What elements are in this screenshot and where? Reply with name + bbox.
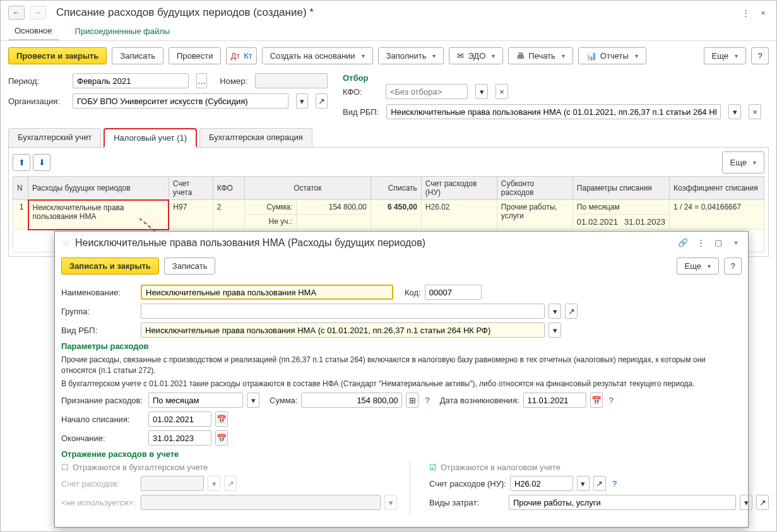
popup-save-close-button[interactable]: Записать и закрыть bbox=[61, 257, 159, 275]
help-icon[interactable]: ? bbox=[609, 396, 614, 405]
sum-calc-button[interactable]: ⊞ bbox=[406, 393, 418, 408]
row-down-button[interactable]: ⬇ bbox=[33, 154, 50, 171]
accnu-label: Счет расходов (НУ): bbox=[429, 479, 506, 488]
occdate-input[interactable] bbox=[523, 393, 586, 408]
recog-label: Признание расходов: bbox=[61, 396, 145, 405]
fill-button[interactable]: Заполнить bbox=[378, 47, 444, 64]
col-param[interactable]: Параметры списания bbox=[572, 177, 669, 200]
rbp-dropdown-button[interactable]: ▾ bbox=[549, 322, 561, 338]
kfo-clear-button[interactable]: × bbox=[495, 84, 508, 99]
org-open-button[interactable]: ↗ bbox=[316, 93, 328, 109]
subnav-main[interactable]: Основное bbox=[8, 22, 59, 40]
period-label: Период: bbox=[8, 76, 65, 86]
start-input[interactable] bbox=[148, 411, 211, 427]
col-kfo[interactable]: КФО bbox=[213, 177, 244, 200]
tab-accounting[interactable]: Бухгалтерский учет bbox=[8, 128, 101, 147]
more-button[interactable]: Еще bbox=[704, 47, 746, 64]
print-icon: 🖶 bbox=[516, 51, 525, 61]
kfo-input[interactable] bbox=[386, 84, 468, 99]
help-icon[interactable]: ? bbox=[612, 479, 617, 488]
col-costacc[interactable]: Счет расходов (НУ) bbox=[421, 177, 497, 200]
row-up-button[interactable]: ⬆ bbox=[13, 154, 30, 171]
accnu-input[interactable] bbox=[510, 476, 573, 491]
accnu-open-button[interactable]: ↗ bbox=[593, 476, 606, 491]
col-rbp[interactable]: Расходы будущих периодов bbox=[28, 177, 169, 200]
accnu-dropdown-button[interactable]: ▾ bbox=[577, 476, 590, 491]
cell-param1: По месяцам bbox=[572, 200, 669, 215]
post-button[interactable]: Провести bbox=[169, 47, 222, 64]
nav-back-button[interactable]: ← bbox=[8, 6, 25, 20]
kebab-icon[interactable]: ⋮ bbox=[740, 7, 751, 18]
print-button[interactable]: 🖶Печать bbox=[508, 47, 573, 64]
help-button[interactable]: ? bbox=[751, 47, 769, 64]
reports-button[interactable]: 📊Отчеты bbox=[578, 47, 646, 64]
rbp-type-clear-button[interactable]: × bbox=[749, 104, 761, 119]
rbp-type-dropdown-button[interactable]: ▾ bbox=[728, 104, 741, 119]
costtype-open-button[interactable]: ↗ bbox=[756, 495, 769, 510]
period-input[interactable] bbox=[73, 73, 189, 88]
rbp-type-label: Вид РБП: bbox=[343, 107, 379, 117]
help-icon[interactable]: ? bbox=[425, 396, 429, 405]
col-acc[interactable]: Счет учета bbox=[169, 177, 213, 200]
dtkt-button[interactable]: ДтКт bbox=[226, 47, 256, 64]
tab-tax[interactable]: Налоговый учет (1) bbox=[104, 128, 197, 148]
refl-nu-checkbox: ☑Отражаются в налоговом учете bbox=[429, 463, 769, 472]
edo-button[interactable]: ✉ЭДО bbox=[449, 47, 503, 64]
popup-more-button[interactable]: Еще bbox=[677, 257, 719, 275]
sum-input[interactable] bbox=[301, 393, 402, 408]
org-input[interactable] bbox=[73, 93, 288, 109]
post-and-close-button[interactable]: Провести и закрыть bbox=[8, 47, 107, 64]
link-icon[interactable]: 🔗 bbox=[677, 237, 689, 249]
star-icon[interactable]: ☆ bbox=[61, 237, 70, 249]
popup-help-button[interactable]: ? bbox=[724, 257, 742, 275]
code-input[interactable] bbox=[425, 285, 482, 300]
grid-more-button[interactable]: Еще bbox=[722, 151, 764, 174]
occdate-cal-button[interactable]: 📅 bbox=[590, 393, 603, 408]
org-dropdown-button[interactable]: ▾ bbox=[296, 93, 308, 109]
end-cal-button[interactable]: 📅 bbox=[215, 430, 228, 446]
close-icon[interactable]: × bbox=[730, 237, 742, 249]
maximize-icon[interactable]: ▢ bbox=[713, 237, 724, 249]
notused-dropdown-button: ▾ bbox=[384, 495, 397, 510]
recog-dropdown-button[interactable]: ▾ bbox=[247, 393, 259, 408]
code-label: Код: bbox=[405, 288, 421, 297]
cell-rbp[interactable]: Неисключительные права пользования НМА bbox=[28, 200, 169, 230]
rbp-input[interactable] bbox=[141, 322, 545, 338]
group-dropdown-button[interactable]: ▾ bbox=[549, 304, 561, 319]
group-input[interactable] bbox=[141, 304, 545, 319]
costtype-dropdown-button[interactable]: ▾ bbox=[740, 495, 752, 510]
kfo-dropdown-button[interactable]: ▾ bbox=[475, 84, 488, 99]
number-input[interactable] bbox=[255, 73, 328, 88]
subnav-files[interactable]: Присоединенные файлы bbox=[69, 23, 177, 40]
chevron-left-icon: ← bbox=[13, 8, 20, 17]
col-sub[interactable]: Субконто расходов bbox=[497, 177, 572, 200]
nav-forward-button[interactable]: → bbox=[30, 6, 46, 20]
filter-header: Отбор bbox=[343, 73, 368, 83]
recog-input[interactable] bbox=[148, 393, 243, 408]
dt-icon: Дт bbox=[230, 51, 240, 61]
period-picker-button[interactable]: … bbox=[196, 73, 208, 88]
start-label: Начало списания: bbox=[61, 415, 145, 424]
cell-kfo: 2 bbox=[213, 200, 244, 230]
create-based-button[interactable]: Создать на основании bbox=[262, 47, 373, 64]
name-input[interactable] bbox=[141, 285, 393, 300]
tab-operation[interactable]: Бухгалтерская операция bbox=[199, 128, 312, 147]
group-open-button[interactable]: ↗ bbox=[565, 304, 578, 319]
cell-neu-label: Не уч.: bbox=[244, 215, 296, 230]
params-text1: Прочие расходы, связанные с производство… bbox=[61, 355, 742, 376]
start-cal-button[interactable]: 📅 bbox=[215, 411, 228, 427]
save-button[interactable]: Записать bbox=[112, 47, 163, 64]
col-wr[interactable]: Списать bbox=[371, 177, 421, 200]
rbp-type-input[interactable] bbox=[386, 104, 721, 119]
end-input[interactable] bbox=[148, 430, 211, 446]
col-rest[interactable]: Остаток bbox=[244, 177, 371, 200]
cell-wr: 6 450,00 bbox=[371, 200, 421, 230]
col-coef[interactable]: Коэффициент списания bbox=[670, 177, 764, 200]
popup-save-button[interactable]: Записать bbox=[164, 257, 216, 275]
table-row[interactable]: 1 Неисключительные права пользования НМА… bbox=[13, 200, 764, 215]
kebab-icon[interactable]: ⋮ bbox=[695, 237, 706, 249]
acc-label: Счет расходов: bbox=[61, 479, 137, 488]
col-n[interactable]: N bbox=[13, 177, 28, 200]
close-icon[interactable]: × bbox=[757, 7, 769, 18]
costtype-input[interactable] bbox=[509, 495, 736, 510]
